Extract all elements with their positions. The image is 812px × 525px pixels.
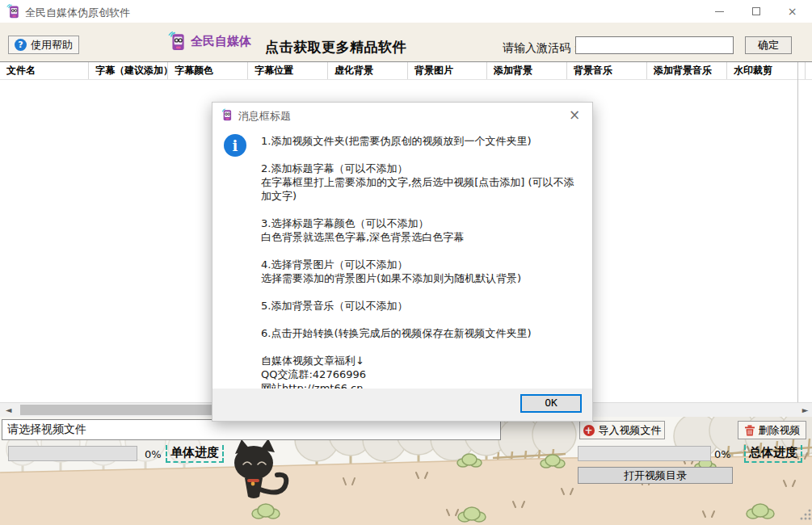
- dialog-close-button[interactable]: ×: [563, 104, 586, 125]
- dialog-line: 白色背景就选黑色字幕,深色背景选白色字幕: [261, 230, 584, 244]
- activation-label: 请输入激活码：: [503, 41, 582, 56]
- scroll-left-icon[interactable]: ◄: [2, 403, 15, 417]
- total-progress-bar: [578, 446, 711, 461]
- column-header-8[interactable]: 添加背景音乐: [647, 62, 727, 79]
- app-logo-icon: [6, 4, 21, 19]
- dialog-paragraph: 2.添加标题字幕（可以不添加）在字幕框里打上需要添加的文字,然后选中视频[点击添…: [261, 162, 584, 203]
- brand: 全民自媒体: [168, 31, 251, 52]
- help-icon: ?: [15, 39, 27, 51]
- dialog-line: 自媒体视频文章福利↓: [261, 354, 584, 368]
- dialog-line: QQ交流群:42766996: [261, 368, 584, 381]
- dialog-app-icon: [221, 108, 234, 121]
- ok-button[interactable]: OK: [520, 394, 582, 413]
- column-header-1[interactable]: 字幕（建议添加）: [89, 62, 168, 79]
- help-button-label: 使用帮助: [31, 38, 73, 52]
- delete-video-label: 删除视频: [759, 423, 801, 438]
- maximize-icon: [752, 7, 760, 15]
- dialog-line: 6.点击开始转换(转换完成后的视频保存在新视频文件夹里): [261, 326, 584, 340]
- import-videos-button[interactable]: + 导入视频文件: [579, 421, 665, 439]
- app-window: 全民自媒体伪原创软件 × ? 使用帮助 全民自媒体 点击获取更多精品软件 请输入…: [0, 0, 812, 525]
- maximize-button[interactable]: [738, 0, 774, 23]
- total-progress-label: 总体进度: [744, 445, 802, 463]
- dialog-body: i 1.添加视频文件夹(把需要伪原创的视频放到一个文件夹里)2.添加标题字幕（可…: [212, 127, 592, 388]
- dialog-line: 5.添加背景音乐（可以不添加）: [261, 299, 584, 313]
- dialog-paragraph: 4.选择背景图片（可以不添加）选择需要添加的背景图片(如果不添加则为随机默认背景…: [261, 258, 584, 285]
- delete-video-button[interactable]: 删除视频: [738, 421, 806, 439]
- dialog-title: 消息框标题: [238, 109, 291, 124]
- scroll-right-icon[interactable]: ►: [798, 403, 812, 417]
- toolbar: ? 使用帮助 全民自媒体 点击获取更多精品软件 请输入激活码： 确定: [0, 23, 812, 61]
- open-video-directory-button[interactable]: 打开视频目录: [578, 467, 733, 484]
- close-button[interactable]: ×: [774, 0, 810, 23]
- single-progress-label: 单体进度: [166, 445, 224, 463]
- dialog-line: 1.添加视频文件夹(把需要伪原创的视频放到一个文件夹里): [261, 134, 584, 148]
- table-right-edge: [797, 62, 798, 402]
- table-header-row: 文件名字幕（建议添加）字幕颜色字幕位置虚化背景背景图片添加背景背景音乐添加背景音…: [0, 62, 812, 80]
- column-header-3[interactable]: 字幕位置: [248, 62, 328, 79]
- info-icon: i: [224, 134, 246, 157]
- window-title: 全民自媒体伪原创软件: [25, 6, 130, 20]
- dialog-line: 2.添加标题字幕（可以不添加）: [261, 162, 584, 175]
- column-header-6[interactable]: 添加背景: [487, 62, 567, 79]
- column-header-9[interactable]: 水印裁剪: [727, 62, 806, 79]
- column-header-0[interactable]: 文件名: [0, 62, 89, 79]
- scrollbar-thumb[interactable]: [20, 405, 230, 415]
- dialog-paragraph: 3.选择标题字幕颜色（可以不添加）白色背景就选黑色字幕,深色背景选白色字幕: [261, 216, 584, 244]
- dialog-paragraph: 1.添加视频文件夹(把需要伪原创的视频放到一个文件夹里): [261, 134, 584, 148]
- close-icon: ×: [788, 5, 797, 18]
- dialog-paragraph: 5.添加背景音乐（可以不添加）: [261, 299, 584, 313]
- promo-link[interactable]: 点击获取更多精品软件: [265, 38, 406, 57]
- activation-input[interactable]: [575, 36, 734, 54]
- import-videos-label: 导入视频文件: [599, 423, 662, 438]
- dialog-paragraph: 6.点击开始转换(转换完成后的视频保存在新视频文件夹里): [261, 326, 584, 340]
- dialog-footer: OK: [212, 388, 592, 421]
- dialog-title-bar[interactable]: 消息框标题 ×: [212, 103, 592, 127]
- column-header-4[interactable]: 虚化背景: [328, 62, 408, 79]
- minimize-icon: [715, 11, 724, 12]
- confirm-button[interactable]: 确定: [745, 36, 792, 54]
- dialog-message: 1.添加视频文件夹(把需要伪原创的视频放到一个文件夹里)2.添加标题字幕（可以不…: [261, 134, 584, 395]
- brand-phone-icon: [168, 31, 187, 52]
- minimize-button[interactable]: [701, 0, 738, 23]
- trash-icon: [744, 425, 755, 436]
- column-header-7[interactable]: 背景音乐: [567, 62, 647, 79]
- add-icon: +: [583, 425, 595, 436]
- dialog-line: 选择需要添加的背景图片(如果不添加则为随机默认背景): [261, 271, 584, 285]
- dialog-close-icon: ×: [569, 107, 580, 123]
- help-button[interactable]: ? 使用帮助: [8, 36, 79, 54]
- brand-name: 全民自媒体: [191, 34, 251, 49]
- single-progress-percent: 0%: [145, 448, 162, 460]
- column-header-2[interactable]: 字幕颜色: [168, 62, 248, 79]
- dialog-line: 3.选择标题字幕颜色（可以不添加）: [261, 216, 584, 230]
- dialog-line: 在字幕框里打上需要添加的文字,然后选中视频[点击添加] (可以不添加文字): [261, 175, 584, 203]
- title-bar: 全民自媒体伪原创软件 ×: [0, 0, 812, 23]
- file-select-input[interactable]: [2, 419, 501, 440]
- message-dialog: 消息框标题 × i 1.添加视频文件夹(把需要伪原创的视频放到一个文件夹里)2.…: [212, 102, 593, 422]
- single-progress-bar: [8, 446, 137, 461]
- column-header-5[interactable]: 背景图片: [408, 62, 487, 79]
- dialog-line: 4.选择背景图片（可以不添加）: [261, 258, 584, 271]
- total-progress-percent: 0%: [714, 448, 731, 460]
